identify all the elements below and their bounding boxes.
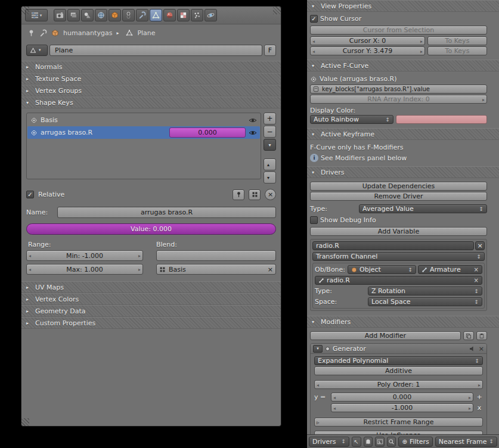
increment-arrow-icon[interactable]: ▸ <box>469 394 471 400</box>
shape-key-value-slider[interactable]: 0.000 <box>169 127 246 138</box>
relative-checkbox[interactable]: ✓ <box>26 191 34 198</box>
auto-snap-dropdown[interactable]: Nearest Frame↕ <box>435 437 497 447</box>
mesh-name-input[interactable]: Plane <box>49 45 262 56</box>
ghost-curves-button[interactable] <box>364 437 373 447</box>
decrement-arrow-icon[interactable]: ◂ <box>333 405 336 410</box>
blend-basis-field[interactable]: Basis × <box>156 264 276 275</box>
add-shapekey-button[interactable]: + <box>264 113 276 125</box>
snapshot-button[interactable] <box>375 437 385 447</box>
remove-variable-button[interactable]: × <box>475 241 485 250</box>
show-cursor-checkbox[interactable]: ✓ <box>310 15 318 23</box>
cursor-x-to-keys-button[interactable]: To Keys <box>427 36 487 45</box>
decrement-arrow-icon[interactable]: ◂ <box>29 253 31 259</box>
driver-type-dropdown[interactable]: Averaged Value↕ <box>359 204 487 213</box>
target-id-type-dropdown[interactable]: Object↕ <box>348 265 416 274</box>
add-coefficient-button[interactable]: + <box>476 393 483 401</box>
channel-type-dropdown[interactable]: Z Rotation↕ <box>368 287 482 295</box>
paste-modifiers-button[interactable] <box>476 331 487 340</box>
tab-texture[interactable] <box>177 9 190 21</box>
shape-key-name-input[interactable]: arrugas braso.R <box>57 207 276 218</box>
remove-driver-button[interactable]: Remove Driver <box>310 192 487 201</box>
panel-drivers[interactable]: ▾Drivers <box>307 166 499 178</box>
shape-key-value-main-slider[interactable]: Value: 0.000 <box>26 223 276 235</box>
generator-mode-dropdown[interactable]: Expanded Polynomial↕ <box>314 356 483 365</box>
panel-geometry-data[interactable]: ▸Geometry Data <box>21 305 281 317</box>
filters-button[interactable]: ⊕Filters <box>398 437 432 447</box>
coefficient-1-field[interactable]: ◂-1.000▸ <box>331 403 473 412</box>
cursor-tool-button[interactable]: ↖ <box>352 437 361 447</box>
curve-color-swatch[interactable] <box>396 115 487 124</box>
decrement-arrow-icon[interactable]: ◂ <box>333 394 336 400</box>
rna-path-field[interactable]: key_blocks["arrugas braso.R"].value <box>310 85 487 94</box>
decrement-arrow-icon[interactable]: ◂ <box>317 382 319 387</box>
increment-arrow-icon[interactable]: ▸ <box>138 253 141 259</box>
tab-particles[interactable] <box>191 9 203 21</box>
editor-corner-grip[interactable] <box>21 7 29 14</box>
tab-render[interactable] <box>54 9 66 21</box>
tool-icon[interactable] <box>39 29 47 37</box>
panel-normals[interactable]: ▸Normals <box>21 61 281 73</box>
zoom-region-button[interactable] <box>387 437 396 447</box>
tab-constraints[interactable] <box>122 9 135 21</box>
panel-active-keyframe[interactable]: ▾Active Keyframe <box>307 128 499 140</box>
target-object-field[interactable]: Armature × <box>418 265 482 274</box>
eye-icon[interactable] <box>249 130 257 136</box>
tab-world[interactable] <box>95 9 107 21</box>
panel-vertex-colors[interactable]: ▸Vertex Colors <box>21 293 281 305</box>
breadcrumb-object[interactable]: humanantygas <box>63 29 112 37</box>
pin-shape-button[interactable] <box>233 189 244 200</box>
coefficient-0-field[interactable]: ◂0.000▸ <box>331 393 473 402</box>
move-shapekey-down-button[interactable]: ▾ <box>264 172 276 183</box>
variable-name-field[interactable]: radio.R <box>312 241 474 250</box>
increment-arrow-icon[interactable]: ▸ <box>420 38 423 43</box>
move-shapekey-up-button[interactable]: ▴ <box>264 158 276 170</box>
fake-user-button[interactable]: F <box>264 45 276 56</box>
shape-key-row-basis[interactable]: Basis <box>27 114 260 126</box>
pin-icon[interactable] <box>27 29 35 37</box>
target-bone-field[interactable]: radio.R × <box>315 276 482 285</box>
shapekey-specials-button[interactable]: ▾ <box>264 139 276 151</box>
copy-modifiers-button[interactable] <box>463 331 474 340</box>
cursor-from-selection-button[interactable]: Cursor from Selection <box>310 26 487 35</box>
editor-corner-grip[interactable] <box>273 7 281 14</box>
panel-shape-keys[interactable]: ▾Shape Keys <box>21 97 281 108</box>
cursor-y-to-keys-button[interactable]: To Keys <box>427 46 487 55</box>
add-variable-button[interactable]: Add Variable <box>310 227 487 236</box>
panel-modifiers[interactable]: ▾Modifiers <box>307 316 499 328</box>
remove-shapekey-button[interactable]: − <box>264 126 276 138</box>
blend-vertex-group-field[interactable] <box>156 250 276 261</box>
add-modifier-button[interactable]: Add Modifier <box>310 331 461 340</box>
mesh-browse-button[interactable]: ▾ <box>26 45 48 56</box>
eye-icon[interactable] <box>249 117 257 123</box>
increment-arrow-icon[interactable]: ▸ <box>478 382 481 387</box>
close-icon[interactable]: × <box>474 277 479 284</box>
display-color-mode-dropdown[interactable]: Auto Rainbow↕ <box>310 115 393 124</box>
cursor-y-field[interactable]: ◂Cursor Y: 3.479▸ <box>310 46 425 55</box>
tab-object[interactable] <box>109 9 121 21</box>
tab-physics[interactable] <box>204 9 217 21</box>
tab-modifiers[interactable] <box>136 9 148 21</box>
modifier-expand-button[interactable]: ▾ <box>313 345 323 353</box>
panel-view-properties[interactable]: ▾View Properties <box>307 0 499 12</box>
edit-mode-shape-button[interactable] <box>249 189 261 200</box>
panel-active-fcurve[interactable]: ▾Active F-Curve <box>307 60 499 71</box>
close-icon[interactable]: × <box>479 345 484 353</box>
restrict-frame-range-header[interactable]: ▹Restrict Frame Range <box>314 418 483 427</box>
rna-array-index-field[interactable]: RNA Array Index: 0▸ <box>310 95 487 104</box>
variable-type-dropdown[interactable]: Transform Channel↕ <box>312 252 485 261</box>
range-max-field[interactable]: ◂Max: 1.000▸ <box>26 264 143 275</box>
decrement-arrow-icon[interactable]: ◂ <box>29 267 31 272</box>
tab-material[interactable] <box>163 9 176 21</box>
increment-arrow-icon[interactable]: ▸ <box>469 405 471 410</box>
poly-order-field[interactable]: ◂Poly Order: 1▸ <box>314 380 483 389</box>
tab-object-data[interactable] <box>150 9 162 21</box>
increment-arrow-icon[interactable]: ▸ <box>138 267 141 272</box>
close-icon[interactable]: × <box>474 266 479 273</box>
speaker-mute-icon[interactable] <box>469 346 476 352</box>
breadcrumb-mesh[interactable]: Plane <box>137 29 155 37</box>
additive-button[interactable]: Additive <box>314 366 483 375</box>
decrement-arrow-icon[interactable]: ◂ <box>312 38 315 43</box>
panel-uv-maps[interactable]: ▸UV Maps <box>21 281 281 293</box>
cursor-x-field[interactable]: ◂Cursor X: 0▸ <box>310 36 425 45</box>
increment-arrow-icon[interactable]: ▸ <box>482 97 485 102</box>
